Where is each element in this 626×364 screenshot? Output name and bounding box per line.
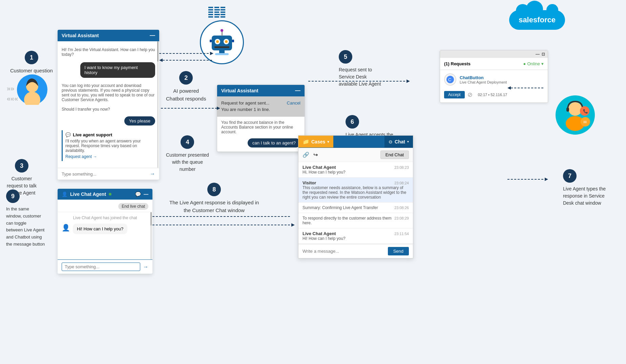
svg-rect-24: [232, 40, 234, 42]
chat-button-title: ChatButton: [460, 75, 507, 80]
la-title: Live Chat Agent: [70, 191, 106, 197]
step2-label: AI poweredChatbot responds: [166, 87, 206, 103]
svg-rect-43: [566, 108, 569, 112]
va-title: Virtual Assistant: [62, 33, 99, 38]
va-minimize: —: [150, 32, 155, 39]
forward-icon[interactable]: ↪: [313, 152, 318, 158]
customer-avatar: »» «««: [17, 74, 47, 106]
svg-rect-14: [221, 16, 225, 18]
va-input[interactable]: [62, 172, 147, 177]
svg-rect-23: [210, 40, 212, 42]
step9-area: 9 In the samewindow, customercan toggleb…: [6, 189, 45, 248]
queue-header: Virtual Assistant —: [217, 85, 305, 96]
svg-rect-1: [208, 9, 213, 10]
svg-rect-20: [214, 46, 229, 48]
la-agent-msg: Hi! How can I help you?: [73, 224, 127, 234]
chatbutton-icon: C: [444, 73, 456, 86]
step1-area: 1 Customer question: [10, 51, 53, 73]
chat-tab-label[interactable]: Chat: [395, 139, 405, 144]
step3-circle: 3: [15, 159, 28, 173]
live-agent-avatar: 📞 ✉: [555, 95, 596, 137]
svg-rect-4: [208, 16, 213, 18]
la-online-dot: [109, 193, 111, 196]
step5-label: Request sent toService Deskavailable Liv…: [339, 66, 381, 88]
cases-window: 📁 Cases ▾ ⊖ Chat ▾ 🔗 ↪ End Chat Live: [298, 135, 413, 258]
step7-label: Live Agent types theresponse in ServiceD…: [563, 185, 606, 207]
va-greeting: Hi! I'm Jesi the Virtual Assistant. How …: [62, 47, 155, 57]
step7-area: 7 Live Agent types theresponse in Servic…: [563, 169, 606, 207]
end-chat-button[interactable]: End Chat: [380, 151, 409, 159]
queue-title: Virtual Assistant: [221, 88, 258, 93]
la-messages: Live Chat Agent has joined the chat 👤 Hi…: [58, 212, 152, 259]
svg-rect-8: [214, 14, 220, 15]
step8-label: The Live Agent response is displayed int…: [169, 199, 259, 214]
va-send-icon[interactable]: →: [150, 171, 155, 177]
live-agent-window: 👤 Live Chat Agent 💬 — End live chat Live…: [58, 189, 152, 274]
step4-label: Customer presentedwith the queuenumber: [166, 152, 209, 173]
queue-context: You find the account balance in the Acco…: [217, 117, 305, 136]
yes-please-button[interactable]: Yes please: [124, 116, 155, 126]
step9-circle: 9: [6, 189, 20, 203]
svg-marker-35: [217, 107, 220, 110]
step5-area: 5 Request sent toService Deskavailable L…: [339, 50, 381, 88]
svg-marker-32: [159, 59, 163, 62]
accept-button[interactable]: Accept: [444, 91, 465, 98]
svg-marker-52: [545, 178, 548, 181]
la-input-bar: →: [58, 259, 152, 274]
arrow-robot-to-va: [159, 57, 213, 64]
cases-label: Cases: [311, 139, 325, 144]
chat-button-subtitle: Live Chat Agent Deployment: [460, 80, 507, 84]
decline-icon[interactable]: ⊘: [467, 91, 473, 98]
msg-agent-2: Live Chat Agent 23:11:54 Hi! How can I h…: [298, 228, 413, 244]
live-agent-support-box: 💬 Live agent support I'll notify you whe…: [62, 130, 155, 161]
svg-rect-2: [208, 12, 213, 13]
step2-area: 2 AI poweredChatbot responds: [166, 71, 206, 103]
arrow-cases-to-agent: [507, 176, 548, 183]
queue-popup: Virtual Assistant — Request for agent se…: [217, 85, 305, 152]
svg-rect-26: [215, 53, 229, 55]
service-desk-window: — ⊡ (1) Requests ● Online ▾ C ChatButton…: [440, 50, 548, 103]
step1-circle: 1: [25, 51, 38, 64]
va-bot-response: You can log into your account and downlo…: [62, 83, 155, 112]
step6-circle: 6: [346, 115, 359, 129]
cases-send-button[interactable]: Send: [388, 247, 409, 255]
link-icon[interactable]: 🔗: [302, 152, 309, 158]
msg-agent-1: Live Chat Agent 23:08:23 Hi, How can I h…: [298, 162, 413, 178]
support-text: I'll notify you when an agent answers yo…: [65, 139, 152, 153]
svg-rect-12: [221, 12, 225, 13]
arrow-service-to-agent: [507, 85, 548, 91]
svg-marker-56: [291, 223, 295, 227]
svg-point-41: [568, 102, 582, 116]
svg-rect-11: [221, 9, 225, 10]
svg-marker-31: [210, 52, 213, 55]
cases-input-bar: Send: [298, 244, 413, 258]
online-status[interactable]: ● Online ▾: [523, 61, 544, 66]
request-agent-link[interactable]: Request agent →: [65, 154, 152, 159]
svg-marker-39: [406, 79, 410, 83]
svg-rect-9: [214, 16, 219, 18]
end-live-chat-button[interactable]: End live chat: [118, 203, 148, 210]
queue-cta[interactable]: can I talk to an agent?: [248, 138, 300, 147]
step8-area: 8 The Live Agent response is displayed i…: [169, 183, 259, 214]
queue-line2: You are number 1 in line.: [221, 107, 300, 112]
la-send-icon[interactable]: →: [143, 264, 148, 270]
salesforce-logo: salesforce: [509, 10, 565, 30]
svg-text:C: C: [448, 77, 451, 82]
svg-text:📞: 📞: [583, 109, 588, 114]
queue-cancel[interactable]: Cancel: [287, 100, 300, 106]
svg-text:✉: ✉: [583, 120, 587, 124]
cases-messages: Live Chat Agent 23:08:23 Hi, How can I h…: [298, 162, 413, 244]
user-payment-msg: I want to know my payment history: [80, 62, 155, 78]
virtual-assistant-window: Virtual Assistant — Hi! I'm Jesi the Vir…: [58, 30, 159, 180]
support-title: 💬 Live agent support: [65, 132, 152, 137]
step1-label: Customer question: [10, 68, 53, 73]
svg-rect-5: [214, 7, 219, 8]
cases-input[interactable]: [302, 249, 385, 254]
svg-rect-10: [221, 7, 225, 8]
va-header: Virtual Assistant —: [58, 30, 159, 41]
step7-circle: 7: [563, 169, 577, 183]
la-input[interactable]: [62, 263, 140, 271]
service-desk-bar: — ⊡: [440, 50, 548, 58]
svg-rect-7: [214, 12, 219, 13]
svg-point-22: [221, 29, 223, 32]
